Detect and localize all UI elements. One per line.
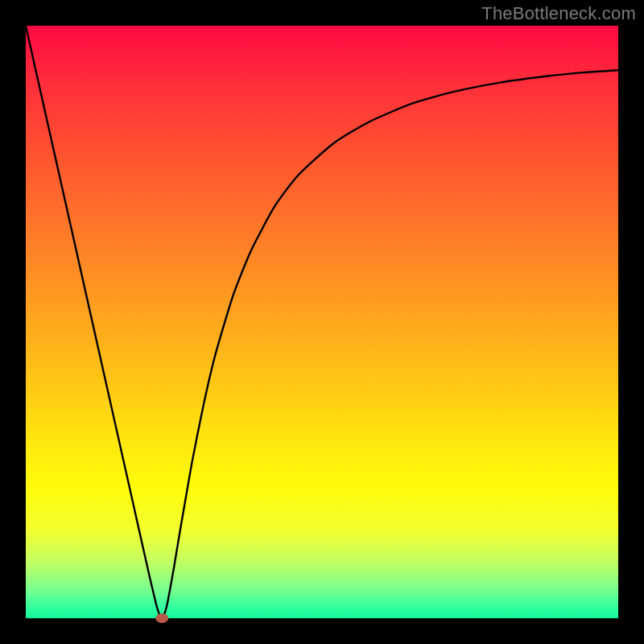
bottleneck-curve bbox=[26, 26, 618, 618]
optimal-point-marker bbox=[155, 613, 168, 623]
curve-svg bbox=[26, 26, 618, 618]
plot-area bbox=[26, 26, 618, 618]
watermark-text: TheBottleneck.com bbox=[481, 3, 636, 24]
chart-frame: TheBottleneck.com bbox=[0, 0, 644, 644]
